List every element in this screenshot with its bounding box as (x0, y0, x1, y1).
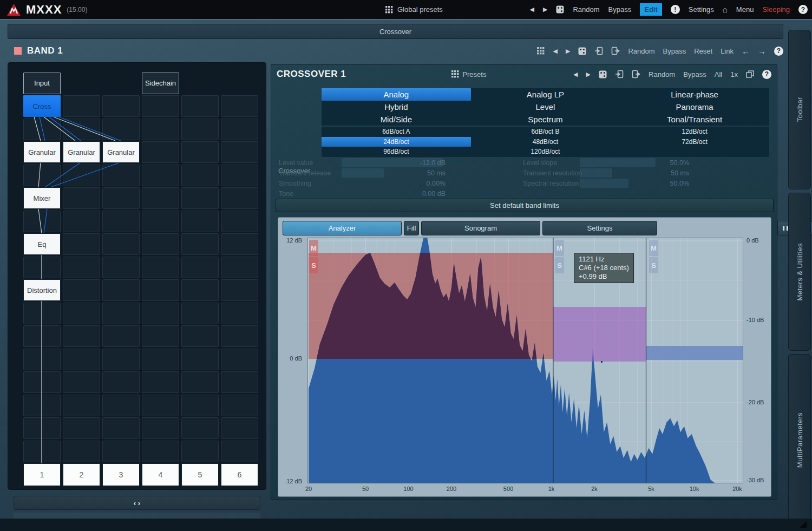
crossover-presets-button[interactable]: Presets (462, 70, 486, 78)
menu-button[interactable]: Menu (736, 5, 754, 14)
crossover-mode-option-tonal-transient[interactable]: Tonal/Transient (620, 113, 769, 126)
sidebar-tab-meters-utilities[interactable]: Meters & Utilities (788, 193, 811, 351)
param-smoothing[interactable]: Smoothing0.00% (276, 178, 514, 188)
mute-badge[interactable]: M (309, 240, 318, 256)
node-graph-panel: InputSidechainCrossGranularGranularGranu… (8, 62, 266, 490)
band-slot-5[interactable]: 5 (181, 463, 219, 486)
crossover-previous-icon[interactable]: ◀ (573, 71, 578, 78)
sidebar-tab-toolbar[interactable]: Toolbar (788, 30, 811, 189)
crossover-bypass-button[interactable]: Bypass (683, 70, 706, 78)
node-input[interactable]: Input (23, 73, 61, 94)
band-dice-icon[interactable] (578, 47, 586, 55)
freq-axis-label: 20k (731, 486, 744, 492)
crossover-slope-option-12db-oct[interactable]: 12dB/oct (620, 127, 769, 137)
window-resize-handle[interactable] (800, 521, 807, 528)
previous-preset-icon[interactable]: ◀ (530, 6, 534, 13)
crossover-slope-option-24db-oct[interactable]: 24dB/oct (322, 137, 471, 147)
param-transient-resolution[interactable]: Transient resolution50 ms (516, 168, 754, 178)
band-bypass-button[interactable]: Bypass (663, 47, 686, 55)
band-link-button[interactable]: Link (721, 47, 734, 55)
analyzer-tab-sonogram[interactable]: Sonogram (421, 221, 540, 235)
crossover-detach-icon[interactable] (746, 70, 754, 78)
sleeping-status[interactable]: Sleeping (762, 5, 790, 14)
band-help-icon[interactable]: ? (774, 47, 783, 56)
band-export-icon[interactable] (611, 47, 620, 55)
alert-icon[interactable]: ! (671, 5, 680, 14)
param-value: 50.0% (516, 159, 689, 167)
solo-badge[interactable]: S (555, 257, 564, 273)
crossover-multiplier-button[interactable]: 1x (730, 70, 738, 78)
solo-badge[interactable]: S (649, 257, 658, 273)
node-cross[interactable]: Cross (23, 95, 61, 117)
node-graph-scrollbar[interactable]: ‹ › (14, 496, 260, 510)
band-reset-button[interactable]: Reset (694, 47, 712, 55)
crossover-slope-option-120db-oct[interactable]: 120dB/oct (471, 147, 620, 157)
param-level-slope[interactable]: Level slope50.0% (516, 158, 754, 168)
sidebar-tab-multiparameters[interactable]: MultiParameters (788, 354, 811, 526)
band-slot-6[interactable]: 6 (221, 463, 258, 486)
crossover-mode-option-mid-side[interactable]: Mid/Side (322, 113, 471, 126)
param-tone[interactable]: Tone0.00 dB (276, 188, 514, 199)
mute-badge[interactable]: M (649, 240, 658, 256)
band-redo-icon[interactable]: → (758, 47, 766, 56)
next-preset-icon[interactable]: ▶ (543, 6, 547, 13)
analyzer-tab-fill[interactable]: Fill (404, 221, 419, 235)
crossover-random-button[interactable]: Random (649, 70, 675, 78)
band-undo-icon[interactable]: ← (742, 47, 750, 56)
set-default-band-limits-button[interactable]: Set default band limits (276, 199, 774, 212)
band-slot-1[interactable]: 1 (23, 463, 61, 486)
spectrum-plot[interactable]: MSMSMS1121 HzC#6 (+18 cents)+0.99 dB (307, 238, 743, 483)
band-random-button[interactable]: Random (628, 47, 654, 55)
band-presets-grid-icon[interactable] (537, 47, 545, 55)
help-icon[interactable]: ? (798, 5, 808, 14)
crossover-mode-option-level[interactable]: Level (471, 101, 620, 113)
random-button[interactable]: Random (573, 5, 599, 14)
crossover-slope-option-96db-oct[interactable]: 96dB/oct (322, 147, 471, 157)
param-transient-release[interactable]: Transient release50 ms (276, 168, 514, 178)
crossover-help-icon[interactable]: ? (762, 70, 771, 79)
crossover-mode-option-analog[interactable]: Analog (322, 88, 471, 101)
edit-button[interactable]: Edit (640, 3, 662, 16)
crossover-slope-option-48db-oct[interactable]: 48dB/oct (471, 137, 620, 147)
crossover-mode-option-hybrid[interactable]: Hybrid (322, 101, 471, 113)
band-slot-3[interactable]: 3 (102, 463, 140, 486)
node-granular[interactable]: Granular (102, 141, 140, 163)
param-spectral-resolution[interactable]: Spectral resolution50.0% (516, 178, 754, 188)
global-presets-button[interactable]: Global presets (385, 5, 443, 14)
param-level-value[interactable]: Level value-12.0 dB (276, 158, 514, 168)
crossover-mode-option-panorama[interactable]: Panorama (620, 101, 769, 113)
crossover-dice-icon[interactable] (599, 70, 607, 78)
node-sidechain[interactable]: Sidechain (142, 73, 179, 94)
crossover-mode-option-spectrum[interactable]: Spectrum (471, 113, 620, 126)
settings-button[interactable]: Settings (689, 5, 714, 14)
band-import-icon[interactable] (594, 47, 603, 55)
node-distortion[interactable]: Distortion (23, 279, 61, 301)
crossover-next-icon[interactable]: ▶ (586, 71, 591, 78)
band-color-swatch[interactable] (14, 47, 22, 55)
bypass-button[interactable]: Bypass (608, 5, 632, 14)
analyzer-tab-settings[interactable]: Settings (542, 221, 657, 235)
analyzer-tab-analyzer[interactable]: Analyzer (283, 221, 402, 235)
band-slot-4[interactable]: 4 (142, 463, 179, 486)
crossover-slope-option-6db-oct-a[interactable]: 6dB/oct A (322, 127, 471, 137)
band-previous-icon[interactable]: ◀ (553, 48, 557, 55)
solo-badge[interactable]: S (309, 257, 318, 273)
node-mixer[interactable]: Mixer (23, 187, 61, 209)
node-granular[interactable]: Granular (23, 141, 61, 163)
crossover-export-icon[interactable] (632, 70, 640, 78)
crossover-slope-option-6db-oct-b[interactable]: 6dB/oct B (471, 127, 620, 137)
tab-crossover[interactable]: Crossover (8, 24, 783, 39)
crossover-mode-option-analog-lp[interactable]: Analog LP (471, 88, 620, 101)
dice-icon[interactable] (556, 5, 564, 14)
crossover-import-icon[interactable] (615, 70, 624, 78)
crossover-mode-option-linear-phase[interactable]: Linear-phase (620, 88, 769, 101)
band-slot-2[interactable]: 2 (63, 463, 100, 486)
node-granular[interactable]: Granular (63, 141, 100, 163)
home-icon[interactable]: ⌂ (723, 5, 728, 14)
band-next-icon[interactable]: ▶ (566, 48, 570, 55)
mute-badge[interactable]: M (555, 240, 564, 256)
crossover-presets-grid-icon[interactable] (451, 70, 459, 78)
crossover-all-button[interactable]: All (715, 70, 722, 78)
node-eq[interactable]: Eq (23, 233, 61, 255)
crossover-slope-option-72db-oct[interactable]: 72dB/oct (620, 137, 769, 147)
